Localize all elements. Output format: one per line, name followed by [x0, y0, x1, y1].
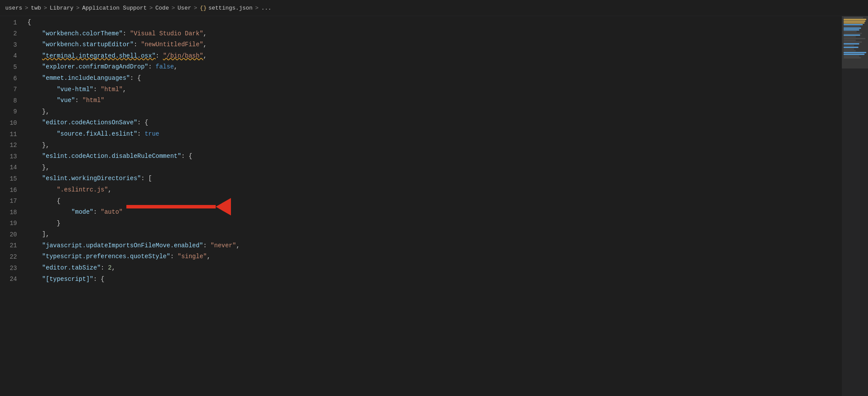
breadcrumb-bar: users > twb > Library > Application Supp…	[0, 0, 868, 16]
code-line-8: "vue": "html"	[27, 95, 842, 106]
line-number-24: 24	[0, 274, 24, 285]
breadcrumb-twb[interactable]: twb	[31, 5, 41, 11]
sep5: >	[172, 5, 175, 11]
breadcrumb-user[interactable]: User	[178, 5, 191, 11]
line-number-16: 16	[0, 184, 24, 196]
line-number-17: 17	[0, 196, 24, 207]
line-number-10: 10	[0, 117, 24, 129]
breadcrumb-library[interactable]: Library	[50, 5, 74, 11]
code-line-18: "mode": "auto"	[27, 207, 842, 218]
code-line-22: "typescript.preferences.quoteStyle": "si…	[27, 251, 842, 263]
breadcrumb-users[interactable]: users	[5, 5, 22, 11]
minimap	[842, 16, 868, 396]
line-number-13: 13	[0, 151, 24, 162]
code-line-5: "explorer.confirmDragAndDrop": false,	[27, 61, 842, 73]
line-number-21: 21	[0, 240, 24, 252]
code-line-17: {	[27, 196, 842, 207]
line-number-18: 18	[0, 207, 24, 218]
line-number-8: 8	[0, 95, 24, 106]
code-line-15: "eslint.workingDirectories": [	[27, 173, 842, 184]
line-number-7: 7	[0, 84, 24, 96]
sep3: >	[76, 5, 80, 11]
sep4: >	[149, 5, 153, 11]
code-line-13: "eslint.codeAction.disableRuleComment": …	[27, 151, 842, 162]
line-number-1: 1	[0, 17, 24, 28]
line-number-12: 12	[0, 140, 24, 151]
code-line-11: "source.fixAll.eslint": true	[27, 129, 842, 140]
code-line-23: "editor.tabSize": 2,	[27, 263, 842, 274]
code-line-1: {	[27, 17, 842, 28]
sep1: >	[25, 5, 28, 11]
breadcrumb-filename[interactable]: settings.json	[208, 5, 252, 11]
code-line-19: }	[27, 218, 842, 229]
line-number-15: 15	[0, 173, 24, 184]
line-number-4: 4	[0, 51, 24, 62]
code-line-9: },	[27, 106, 842, 118]
sep2: >	[44, 5, 47, 11]
line-number-6: 6	[0, 73, 24, 84]
line-number-9: 9	[0, 106, 24, 118]
code-area[interactable]: { "workbench.colorTheme": "Visual Studio…	[24, 16, 842, 396]
sep6: >	[194, 5, 197, 11]
minimap-highlight	[842, 16, 868, 68]
line-number-5: 5	[0, 61, 24, 73]
breadcrumb-ellipsis: ...	[261, 5, 271, 11]
code-line-6: "emmet.includeLanguages": {	[27, 73, 842, 84]
editor-container: 123456789101112131415161718192021222324 …	[0, 16, 868, 396]
sep7: >	[255, 5, 259, 11]
code-line-21: "javascript.updateImportsOnFileMove.enab…	[27, 240, 842, 252]
line-number-23: 23	[0, 263, 24, 274]
line-number-22: 22	[0, 251, 24, 263]
breadcrumb-file-icon: {}	[200, 5, 207, 11]
line-number-3: 3	[0, 39, 24, 51]
code-line-24: "[typescript]": {	[27, 274, 842, 285]
code-line-2: "workbench.colorTheme": "Visual Studio D…	[27, 28, 842, 40]
line-number-14: 14	[0, 162, 24, 174]
breadcrumb-code[interactable]: Code	[156, 5, 169, 11]
code-line-14: },	[27, 162, 842, 174]
code-line-12: },	[27, 140, 842, 151]
code-line-7: "vue-html": "html",	[27, 84, 842, 96]
code-line-20: ],	[27, 229, 842, 240]
line-number-11: 11	[0, 129, 24, 140]
line-numbers: 123456789101112131415161718192021222324	[0, 16, 24, 396]
code-line-10: "editor.codeActionsOnSave": {	[27, 117, 842, 129]
line-number-19: 19	[0, 218, 24, 229]
line-number-20: 20	[0, 229, 24, 240]
code-line-3: "workbench.startupEditor": "newUntitledF…	[27, 39, 842, 51]
code-line-16: ".eslintrc.js",	[27, 184, 842, 196]
code-line-4: "terminal.integrated.shell.osx": "/bin/b…	[27, 51, 842, 62]
breadcrumb-appsupport[interactable]: Application Support	[82, 5, 146, 11]
line-number-2: 2	[0, 28, 24, 40]
